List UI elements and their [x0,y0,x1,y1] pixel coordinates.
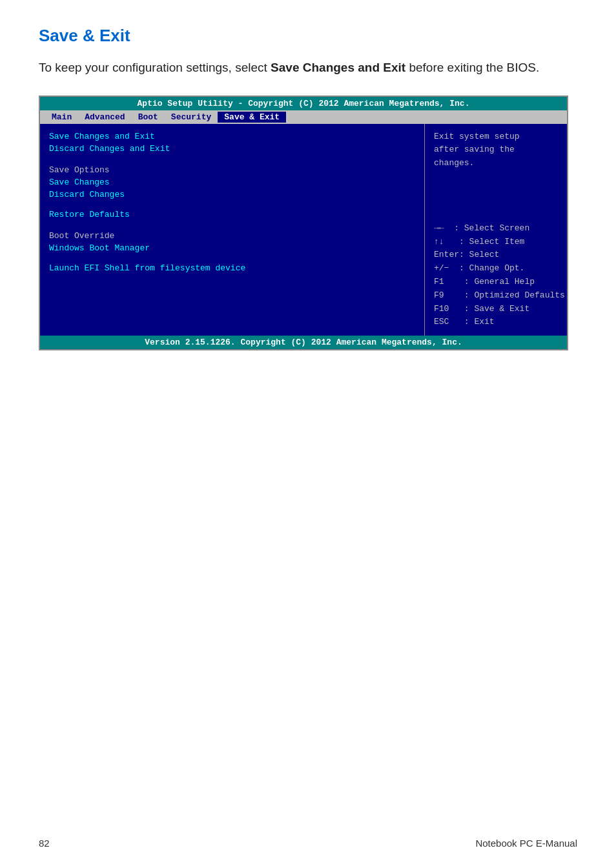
page-content: Save & Exit To keep your configuration s… [0,0,616,389]
bios-menubar: Main Advanced Boot Security Save & Exit [40,110,567,124]
hint-f10: F10 : Save & Exit [434,303,558,316]
bios-screen: Aptio Setup Utility - Copyright (C) 2012… [39,96,568,351]
hint-select-item: ↑↓ : Select Item [434,236,558,249]
hint-enter: Enter: Select [434,248,558,262]
gap-4 [49,254,415,262]
bios-hints: →← : Select Screen ↑↓ : Select Item Ente… [434,222,558,329]
bios-menu-main[interactable]: Main [45,112,78,123]
gap-1 [49,155,415,163]
bios-left-panel: Save Changes and Exit Discard Changes an… [40,124,425,336]
hint-f9: F9 : Optimized Defaults [434,289,558,303]
bios-menu-security[interactable]: Security [165,112,218,123]
bios-item-save-changes[interactable]: Save Changes [49,176,415,188]
bios-header: Aptio Setup Utility - Copyright (C) 2012… [40,97,567,110]
bios-section-boot-override: Boot Override [49,228,415,242]
page-footer: 82 Notebook PC E-Manual [39,838,577,849]
page-title: Save & Exit [39,26,577,46]
bios-menu-boot[interactable]: Boot [132,112,165,123]
hint-f1: F1 : General Help [434,276,558,289]
footer-page-number: 82 [39,838,50,849]
bios-item-restore-defaults[interactable]: Restore Defaults [49,208,415,221]
gap-2 [49,201,415,208]
description-before: To keep your configuration settings, sel… [39,61,271,74]
description-after: before exiting the BIOS. [406,61,539,74]
bios-menu-save-exit[interactable]: Save & Exit [218,112,286,123]
hint-select-screen: →← : Select Screen [434,222,558,236]
bios-menu-advanced[interactable]: Advanced [78,112,131,123]
bios-item-launch-efi-shell[interactable]: Launch EFI Shell from filesystem device [49,262,415,274]
hint-change-opt: +/− : Change Opt. [434,262,558,276]
page-description: To keep your configuration settings, sel… [39,59,577,77]
bios-item-windows-boot-manager[interactable]: Windows Boot Manager [49,242,415,254]
bios-right-panel: Exit system setupafter saving thechanges… [425,124,567,336]
footer-manual-title: Notebook PC E-Manual [475,838,577,849]
gap-3 [49,221,415,228]
bios-section-save-options: Save Options [49,163,415,176]
bios-right-description: Exit system setupafter saving thechanges… [434,130,558,170]
description-bold: Save Changes and Exit [271,61,406,74]
bios-item-save-changes-exit[interactable]: Save Changes and Exit [49,130,415,143]
bios-item-discard-changes-exit[interactable]: Discard Changes and Exit [49,143,415,155]
bios-item-discard-changes[interactable]: Discard Changes [49,188,415,201]
hint-esc: ESC : Exit [434,316,558,329]
bios-body: Save Changes and Exit Discard Changes an… [40,124,567,336]
bios-footer: Version 2.15.1226. Copyright (C) 2012 Am… [40,336,567,349]
